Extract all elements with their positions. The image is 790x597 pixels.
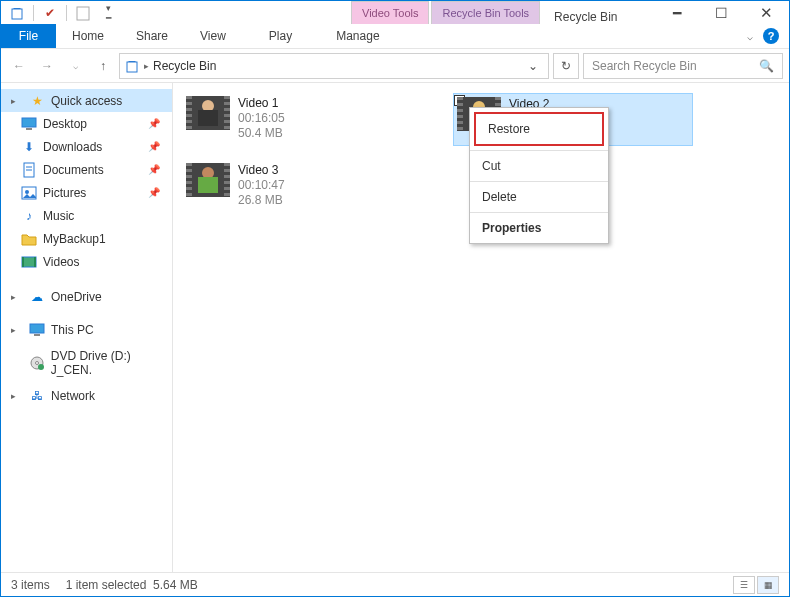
maximize-button[interactable]: ☐ bbox=[699, 1, 744, 24]
svg-rect-1 bbox=[77, 7, 89, 20]
svg-rect-0 bbox=[12, 9, 22, 19]
breadcrumb-location[interactable]: Recycle Bin bbox=[153, 59, 216, 73]
help-icon[interactable]: ? bbox=[763, 28, 779, 44]
refresh-button[interactable]: ↻ bbox=[553, 53, 579, 79]
home-tab[interactable]: Home bbox=[56, 24, 120, 48]
svg-rect-2 bbox=[127, 62, 137, 72]
search-icon: 🔍 bbox=[759, 59, 774, 73]
sidebar-item-videos[interactable]: Videos bbox=[1, 250, 172, 273]
video-thumbnail bbox=[186, 96, 230, 130]
chevron-right-icon[interactable]: ▸ bbox=[11, 325, 21, 335]
video-thumbnail bbox=[186, 163, 230, 197]
context-properties[interactable]: Properties bbox=[470, 213, 608, 243]
sidebar-label: Music bbox=[43, 209, 74, 223]
context-delete[interactable]: Delete bbox=[470, 182, 608, 212]
chevron-right-icon[interactable]: ▸ bbox=[11, 391, 21, 401]
this-pc-icon bbox=[29, 322, 45, 338]
thumbnails-view-button[interactable]: ▦ bbox=[757, 576, 779, 594]
view-tab[interactable]: View bbox=[184, 24, 242, 48]
file-name: Video 3 bbox=[238, 163, 285, 178]
desktop-icon bbox=[21, 116, 37, 132]
file-duration: 00:16:05 bbox=[238, 111, 285, 126]
pin-icon: 📌 bbox=[148, 141, 160, 152]
recycle-bin-icon[interactable] bbox=[6, 3, 28, 23]
chevron-right-icon[interactable]: ▸ bbox=[11, 96, 21, 106]
svg-rect-11 bbox=[22, 257, 24, 267]
onedrive-icon: ☁ bbox=[29, 289, 45, 305]
pictures-icon bbox=[21, 185, 37, 201]
network-icon: 🖧 bbox=[29, 388, 45, 404]
file-duration: 00:10:47 bbox=[238, 178, 285, 193]
new-qat-icon[interactable] bbox=[72, 3, 94, 23]
pin-icon: 📌 bbox=[148, 187, 160, 198]
status-selection: 1 item selected bbox=[66, 578, 147, 592]
manage-tab[interactable]: Manage bbox=[314, 24, 401, 48]
navigation-pane: ▸ ★ Quick access Desktop📌 ⬇ Downloads📌 D… bbox=[1, 83, 173, 572]
sidebar-item-desktop[interactable]: Desktop📌 bbox=[1, 112, 172, 135]
sidebar-label: Downloads bbox=[43, 140, 102, 154]
sidebar-item-network[interactable]: ▸ 🖧 Network bbox=[1, 384, 172, 407]
sidebar-item-onedrive[interactable]: ▸ ☁ OneDrive bbox=[1, 285, 172, 308]
sidebar-label: This PC bbox=[51, 323, 94, 337]
minimize-button[interactable]: ━ bbox=[654, 1, 699, 24]
file-item-video1[interactable]: Video 1 00:16:05 50.4 MB bbox=[183, 93, 423, 146]
recent-locations-dropdown[interactable]: ⌵ bbox=[63, 54, 87, 78]
sidebar-item-this-pc[interactable]: ▸ This PC bbox=[1, 318, 172, 341]
documents-icon bbox=[21, 162, 37, 178]
sidebar-label: Quick access bbox=[51, 94, 122, 108]
pin-icon: 📌 bbox=[148, 164, 160, 175]
search-input[interactable]: Search Recycle Bin 🔍 bbox=[583, 53, 783, 79]
videos-icon bbox=[21, 254, 37, 270]
play-tab[interactable]: Play bbox=[247, 24, 314, 48]
file-size: 50.4 MB bbox=[238, 126, 285, 141]
chevron-right-icon[interactable]: ▸ bbox=[11, 292, 21, 302]
sidebar-item-downloads[interactable]: ⬇ Downloads📌 bbox=[1, 135, 172, 158]
svg-point-17 bbox=[38, 364, 44, 370]
star-icon: ★ bbox=[29, 93, 45, 109]
sidebar-label: Videos bbox=[43, 255, 79, 269]
sidebar-item-pictures[interactable]: Pictures📌 bbox=[1, 181, 172, 204]
sidebar-label: Pictures bbox=[43, 186, 86, 200]
svg-rect-12 bbox=[34, 257, 36, 267]
close-button[interactable]: ✕ bbox=[744, 1, 789, 24]
downloads-icon: ⬇ bbox=[21, 139, 37, 155]
sidebar-item-music[interactable]: ♪ Music bbox=[1, 204, 172, 227]
svg-point-9 bbox=[25, 190, 29, 194]
sidebar-item-quick-access[interactable]: ▸ ★ Quick access bbox=[1, 89, 172, 112]
svg-point-16 bbox=[35, 361, 38, 364]
window-title: Recycle Bin bbox=[554, 10, 617, 24]
sidebar-label: Network bbox=[51, 389, 95, 403]
back-button[interactable]: ← bbox=[7, 54, 31, 78]
svg-rect-10 bbox=[22, 257, 36, 267]
ribbon-collapse-icon[interactable]: ⌵ bbox=[747, 31, 753, 42]
context-cut[interactable]: Cut bbox=[470, 151, 608, 181]
file-item-video3[interactable]: Video 3 00:10:47 26.8 MB bbox=[183, 160, 423, 211]
sidebar-item-mybackup[interactable]: MyBackup1 bbox=[1, 227, 172, 250]
svg-rect-13 bbox=[30, 324, 44, 333]
location-icon bbox=[124, 58, 140, 74]
file-list[interactable]: Video 1 00:16:05 50.4 MB ✓ Video 2 00:09… bbox=[173, 83, 789, 572]
context-restore[interactable]: Restore bbox=[474, 112, 604, 146]
recycle-tools-tab-group: Recycle Bin Tools bbox=[431, 1, 540, 24]
sidebar-label: MyBackup1 bbox=[43, 232, 106, 246]
file-size: 26.8 MB bbox=[238, 193, 285, 208]
properties-qat-icon[interactable]: ✔ bbox=[39, 3, 61, 23]
breadcrumb-chevron-icon[interactable]: ▸ bbox=[144, 61, 149, 71]
address-breadcrumb[interactable]: ▸ Recycle Bin ⌄ bbox=[119, 53, 549, 79]
music-icon: ♪ bbox=[21, 208, 37, 224]
svg-rect-3 bbox=[22, 118, 36, 127]
details-view-button[interactable]: ☰ bbox=[733, 576, 755, 594]
share-tab[interactable]: Share bbox=[120, 24, 184, 48]
sidebar-label: OneDrive bbox=[51, 290, 102, 304]
address-dropdown-icon[interactable]: ⌄ bbox=[522, 59, 544, 73]
sidebar-label: Desktop bbox=[43, 117, 87, 131]
qat-dropdown-icon[interactable]: ▾━ bbox=[97, 3, 119, 23]
pin-icon: 📌 bbox=[148, 118, 160, 129]
file-name: Video 1 bbox=[238, 96, 285, 111]
forward-button[interactable]: → bbox=[35, 54, 59, 78]
file-tab[interactable]: File bbox=[1, 24, 56, 48]
sidebar-item-documents[interactable]: Documents📌 bbox=[1, 158, 172, 181]
status-item-count: 3 items bbox=[11, 578, 50, 592]
up-button[interactable]: ↑ bbox=[91, 54, 115, 78]
sidebar-item-dvd[interactable]: ▸ DVD Drive (D:) J_CEN. bbox=[1, 351, 172, 374]
